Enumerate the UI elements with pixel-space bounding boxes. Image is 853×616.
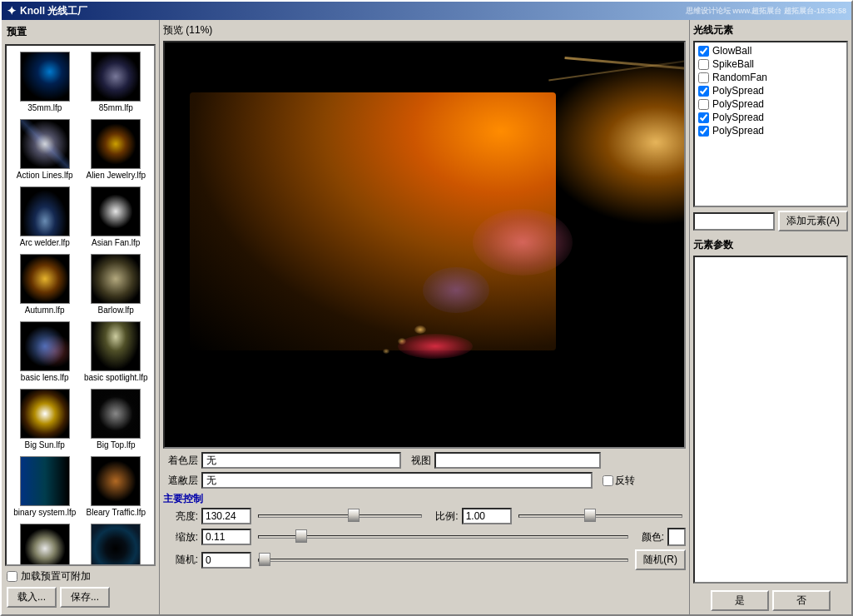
window-title: Knoll 光线工厂 [20, 4, 87, 18]
element-checkbox-2[interactable] [698, 72, 709, 83]
elements-list: GlowBallSpikeBallRandomFanPolySpreadPoly… [693, 41, 848, 207]
random-label: 随机: [163, 553, 198, 567]
load-button[interactable]: 载入... [7, 587, 57, 608]
preset-thumb-autumn [20, 254, 70, 304]
params-area [693, 256, 848, 584]
element-checkbox-1[interactable] [698, 59, 709, 70]
view-dropdown[interactable] [434, 452, 601, 469]
color-label: 颜色: [642, 530, 664, 544]
preset-item-basic-lens[interactable]: basic lens.lfp [10, 319, 80, 385]
element-checkbox-4[interactable] [698, 99, 709, 110]
yes-button[interactable]: 是 [711, 590, 769, 611]
preset-item-blue-green[interactable]: Blue Green Eye.lfp [82, 521, 151, 564]
preset-label-barlow: Barlow.lfp [98, 306, 134, 315]
preset-label-bleary: Bleary Traffic.lfp [86, 508, 146, 517]
preset-item-basic-spotlight[interactable]: basic spotlight.lfp [82, 319, 151, 385]
element-checkbox-0[interactable] [698, 46, 709, 57]
brightness-slider[interactable] [258, 514, 422, 518]
shrink-slider[interactable] [258, 535, 628, 539]
element-item-6: PolySpread [697, 124, 845, 137]
no-button[interactable]: 否 [772, 590, 831, 611]
mask-label: 遮敝层 [163, 474, 198, 488]
element-params-title: 元素参数 [693, 238, 848, 252]
load-checkbox-row: 加载预置可附加 [7, 569, 154, 584]
preset-thumb-basic-spotlight [91, 321, 141, 371]
preset-item-alien[interactable]: Alien Jewelry.lfp [82, 117, 151, 182]
preset-btn-row: 载入... 保存... [7, 587, 154, 608]
main-window: ✦ Knoll 光线工厂 思维设计论坛 www.超拓展台 超拓展台-18:58:… [0, 0, 853, 616]
preset-item-barlow[interactable]: Barlow.lfp [82, 251, 151, 317]
presets-scroll[interactable]: 35mm.lfp85mm.lfpAction Lines.lfpAlien Je… [7, 46, 154, 564]
scale-label: 比例: [435, 509, 458, 524]
shrink-row: 缩放: 颜色: [163, 528, 686, 546]
layer-label: 着色层 [163, 454, 198, 468]
flare-dot1 [414, 325, 426, 334]
random-button[interactable]: 随机(R) [635, 549, 686, 570]
preset-item-action[interactable]: Action Lines.lfp [10, 117, 80, 182]
element-label-6: PolySpread [712, 125, 764, 137]
element-item-3: PolySpread [697, 84, 845, 97]
element-checkbox-5[interactable] [698, 112, 709, 123]
presets-grid: 35mm.lfp85mm.lfpAction Lines.lfpAlien Je… [7, 46, 154, 564]
preset-thumb-blue-green [91, 524, 141, 564]
flare-dot3 [383, 349, 389, 354]
preview-canvas [163, 41, 686, 449]
preset-item-blimp[interactable]: Blimp flare.lfp [10, 521, 80, 564]
bottom-buttons: 是 否 [693, 587, 848, 611]
flare-glow-main [539, 59, 686, 226]
layer-row: 着色层 无 视图 [163, 452, 686, 469]
preset-thumb-big-sun [20, 389, 70, 439]
preview-title: 预览 (11%) [163, 23, 686, 37]
preset-label-asian: Asian Fan.lfp [92, 238, 140, 247]
preset-label-action: Action Lines.lfp [17, 171, 73, 180]
random-input[interactable] [201, 552, 251, 569]
main-controls-title: 主要控制 [163, 492, 686, 506]
element-item-5: PolySpread [697, 111, 845, 124]
element-checkbox-3[interactable] [698, 86, 709, 97]
reverse-checkbox[interactable] [603, 475, 613, 486]
element-item-2: RandomFan [697, 71, 845, 84]
element-label-4: PolySpread [712, 98, 764, 110]
preset-item-big-top[interactable]: Big Top.lfp [82, 386, 151, 452]
watermark: 思维设计论坛 www.超拓展台 超拓展台-18:58:58 [686, 6, 846, 17]
preset-label-85mm: 85mm.lfp [99, 103, 133, 112]
preset-item-85mm[interactable]: 85mm.lfp [82, 49, 151, 115]
scale-slider[interactable] [518, 514, 682, 518]
preset-item-asian[interactable]: Asian Fan.lfp [82, 184, 151, 250]
preset-thumb-bleary [91, 456, 141, 506]
mask-dropdown[interactable]: 无 [201, 472, 593, 489]
preset-label-big-sun: Big Sun.lfp [25, 440, 65, 450]
load-additive-checkbox[interactable] [7, 571, 17, 582]
load-additive-label: 加载预置可附加 [21, 569, 91, 584]
reverse-checkbox-row: 反转 [603, 474, 635, 488]
save-button[interactable]: 保存... [60, 587, 110, 608]
layer-dropdown[interactable]: 无 [201, 452, 401, 469]
element-checkbox-6[interactable] [698, 126, 709, 137]
preset-item-big-sun[interactable]: Big Sun.lfp [10, 386, 80, 452]
preset-item-bleary[interactable]: Bleary Traffic.lfp [82, 454, 151, 519]
mask-row: 遮敝层 无 反转 [163, 472, 686, 489]
right-panel: 光线元素 GlowBallSpikeBallRandomFanPolySprea… [689, 20, 851, 614]
preset-bottom: 加载预置可附加 载入... 保存... [5, 566, 156, 611]
preset-label-basic-spotlight: basic spotlight.lfp [84, 373, 148, 382]
preset-item-35mm[interactable]: 35mm.lfp [10, 49, 80, 115]
add-element-dropdown[interactable] [693, 212, 775, 231]
preset-item-arc[interactable]: Arc welder.lfp [10, 184, 80, 250]
presets-wrapper: 35mm.lfp85mm.lfpAction Lines.lfpAlien Je… [5, 44, 156, 566]
scale-input[interactable] [462, 508, 512, 524]
middle-panel: 预览 (11%) [160, 20, 689, 614]
view-label: 视图 [411, 454, 431, 468]
random-row: 随机: 随机(R) [163, 549, 686, 570]
title-bar-left: ✦ Knoll 光线工厂 [7, 4, 87, 18]
shrink-input[interactable] [201, 529, 251, 545]
preset-item-binary[interactable]: binary system.lfp [10, 454, 80, 519]
element-label-2: RandomFan [712, 72, 767, 83]
random-slider[interactable] [258, 559, 628, 562]
brightness-input[interactable]: 130.24 [201, 508, 251, 524]
preset-label-autumn: Autumn.lfp [25, 306, 65, 315]
color-picker[interactable] [667, 528, 686, 546]
right-panel-title: 光线元素 [693, 23, 848, 37]
add-element-button[interactable]: 添加元素(A) [778, 211, 848, 231]
flare-lens2 [423, 267, 489, 313]
preset-item-autumn[interactable]: Autumn.lfp [10, 251, 80, 317]
